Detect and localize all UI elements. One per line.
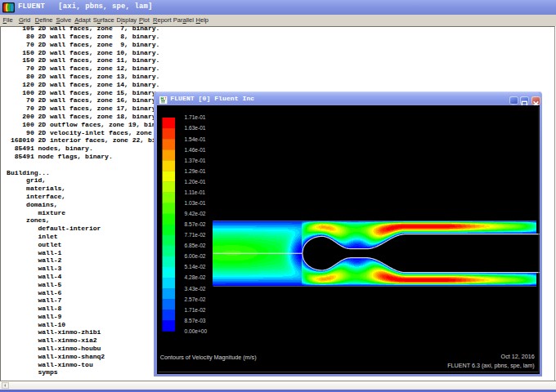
svg-text:1.20e-01: 1.20e-01 [184,178,205,184]
svg-text:1.03e-01: 1.03e-01 [184,200,205,206]
svg-text:8.57e-03: 8.57e-03 [184,317,205,323]
svg-text:8.57e-02: 8.57e-02 [184,221,205,227]
svg-text:9.42e-02: 9.42e-02 [184,211,205,216]
svg-text:FLUENT 6.3 (axi, pbns, spe, la: FLUENT 6.3 (axi, pbns, spe, lam) [447,361,535,368]
svg-text:1.11e-01: 1.11e-01 [184,189,205,194]
svg-text:1.71e-02: 1.71e-02 [184,306,205,312]
svg-text:3.43e-02: 3.43e-02 [184,285,205,291]
svg-text:4.28e-02: 4.28e-02 [184,274,205,280]
svg-text:1.46e-01: 1.46e-01 [184,146,205,152]
svg-text:2.57e-02: 2.57e-02 [184,296,205,301]
svg-text:7.71e-02: 7.71e-02 [184,232,205,238]
svg-text:1.29e-01: 1.29e-01 [184,167,205,173]
svg-text:0.00e+00: 0.00e+00 [184,327,207,333]
svg-text:5.14e-02: 5.14e-02 [184,264,205,270]
svg-text:1.63e-01: 1.63e-01 [184,125,205,131]
svg-text:6.85e-02: 6.85e-02 [184,243,205,248]
svg-text:1.54e-01: 1.54e-01 [184,136,205,141]
svg-text:1.71e-01: 1.71e-01 [184,114,205,120]
svg-text:Oct 12, 2016: Oct 12, 2016 [500,352,534,359]
svg-text:6.00e-02: 6.00e-02 [184,253,205,259]
svg-text:1.37e-01: 1.37e-01 [184,157,205,163]
svg-text:Contours of Velocity Magnitude: Contours of Velocity Magnitude (m/s) [159,353,256,360]
